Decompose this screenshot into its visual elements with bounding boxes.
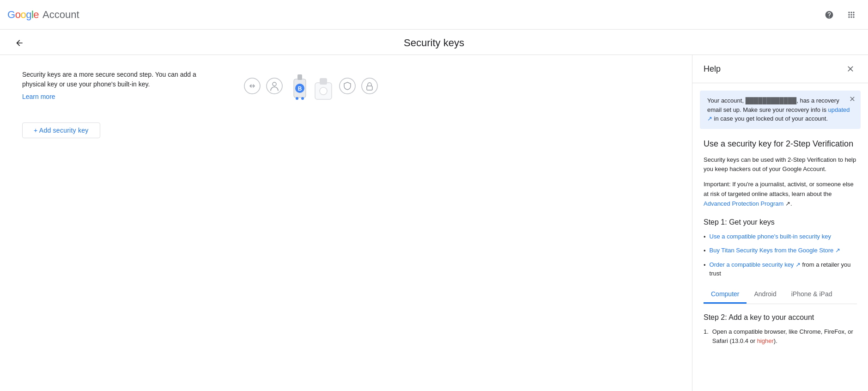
- svg-point-7: [301, 97, 304, 100]
- buy-titan-keys-link[interactable]: Buy Titan Security Keys from the Google …: [710, 246, 840, 255]
- link-key-icon: [244, 78, 261, 94]
- tab-computer[interactable]: Computer: [704, 286, 747, 304]
- person-key-icon: [266, 78, 283, 94]
- help-panel: Help Your account, ████████████, has a r…: [692, 55, 868, 391]
- tab-iphone-ipad[interactable]: iPhone & iPad: [784, 286, 840, 304]
- order-external-icon: ↗: [795, 261, 801, 268]
- svg-rect-10: [320, 78, 327, 85]
- logo-account-text: Account: [42, 9, 79, 21]
- svg-point-11: [320, 87, 327, 95]
- usb-dongle-icon: B: [288, 70, 311, 102]
- tab-android[interactable]: Android: [747, 286, 783, 304]
- help-icon-btn[interactable]: [820, 6, 838, 24]
- buy-titan-label: Buy Titan Security Keys from the Google …: [710, 247, 834, 254]
- step2-title: Step 2: Add a key to your account: [704, 313, 857, 322]
- external-link-icon: ↗: [835, 247, 840, 254]
- google-logo: Google: [7, 9, 39, 21]
- back-button[interactable]: [11, 35, 28, 51]
- recovery-text-end: in case you get locked out of your accou…: [712, 115, 828, 122]
- main-layout: Security keys are a more secure second s…: [0, 55, 868, 391]
- important-label: Important:: [704, 181, 731, 188]
- content-text-area: Security keys are a more secure second s…: [22, 70, 198, 138]
- step2-item1-text: Open a compatible browser, like Chrome, …: [712, 327, 857, 347]
- logo-o2: o: [20, 9, 26, 21]
- back-arrow-icon: [15, 38, 24, 48]
- help-icon: [825, 10, 834, 19]
- order-compatible-key-link[interactable]: Order a compatible security key ↗: [710, 261, 802, 268]
- recovery-text-before: Your account,: [707, 97, 746, 104]
- step2-item-1: Open a compatible browser, like Chrome, …: [704, 327, 857, 347]
- svg-text:B: B: [298, 86, 302, 92]
- svg-point-8: [296, 97, 298, 100]
- help-content: Use a security key for 2-Step Verificati…: [692, 138, 868, 363]
- section1-title: Use a security key for 2-Step Verificati…: [704, 138, 857, 150]
- bullet-item-1: Use a compatible phone's built-in securi…: [704, 232, 857, 242]
- page-title-bar: Security keys: [0, 30, 868, 55]
- step1-list: Use a compatible phone's built-in securi…: [704, 232, 857, 278]
- add-security-key-button[interactable]: + Add security key: [22, 122, 100, 138]
- lock-icon: [361, 78, 378, 94]
- bullet3-content: Order a compatible security key ↗ from a…: [710, 260, 857, 278]
- logo-g: G: [7, 9, 15, 21]
- header: Google Account: [0, 0, 868, 30]
- section1-external-icon: ↗: [785, 200, 790, 207]
- page-title: Security keys: [404, 37, 464, 49]
- step2-list: Open a compatible browser, like Chrome, …: [704, 327, 857, 347]
- security-key-illustration: B: [244, 70, 378, 102]
- section1-important: Important: If you're a journalist, activ…: [704, 180, 857, 208]
- bluetooth-key-device: B: [288, 70, 334, 102]
- help-panel-header: Help: [692, 55, 868, 83]
- content-area: Security keys are a more secure second s…: [0, 55, 692, 391]
- step2-tabs-container: Computer Android iPhone & iPad: [704, 286, 857, 304]
- description-text: Security keys are a more secure second s…: [22, 70, 198, 89]
- bullet-item-3: Order a compatible security key ↗ from a…: [704, 260, 857, 278]
- section1-body: Security keys can be used with 2-Step Ve…: [704, 155, 857, 175]
- white-key-device-icon: [313, 74, 334, 102]
- svg-rect-6: [297, 74, 302, 80]
- recovery-banner: Your account, ████████████, has a recove…: [700, 91, 861, 129]
- close-icon: [846, 64, 855, 73]
- step2-item1-before: Open a compatible browser, like Chrome, …: [712, 328, 853, 345]
- step2-tabs: Computer Android iPhone & iPad: [704, 286, 857, 304]
- help-close-button[interactable]: [844, 62, 857, 75]
- order-key-label: Order a compatible security key: [710, 261, 794, 268]
- shield-icon: [339, 78, 356, 94]
- dismiss-icon: [849, 95, 856, 103]
- logo-o1: o: [15, 9, 21, 21]
- learn-more-link[interactable]: Learn more: [22, 93, 55, 100]
- svg-point-12: [340, 78, 355, 94]
- advanced-protection-link[interactable]: Advanced Protection Program: [704, 200, 783, 207]
- header-icons: [820, 6, 861, 24]
- logo-g2: g: [26, 9, 31, 21]
- step2-item1-end: ).: [774, 337, 777, 344]
- step2-highlight: higher: [757, 337, 774, 344]
- logo-area: Google Account: [7, 9, 79, 21]
- logo-e: e: [33, 9, 39, 21]
- recovery-banner-dismiss-button[interactable]: [848, 94, 857, 105]
- bullet-item-2: Buy Titan Security Keys from the Google …: [704, 246, 857, 256]
- account-name-placeholder: ████████████: [746, 97, 797, 104]
- content-with-illustration: Security keys are a more secure second s…: [22, 70, 670, 138]
- section1-period: .: [790, 200, 792, 207]
- apps-icon: [847, 10, 856, 19]
- apps-icon-btn[interactable]: [842, 6, 861, 24]
- help-title: Help: [704, 64, 721, 74]
- step1-title: Step 1: Get your keys: [704, 218, 857, 226]
- builtin-security-key-link[interactable]: Use a compatible phone's built-in securi…: [710, 232, 831, 241]
